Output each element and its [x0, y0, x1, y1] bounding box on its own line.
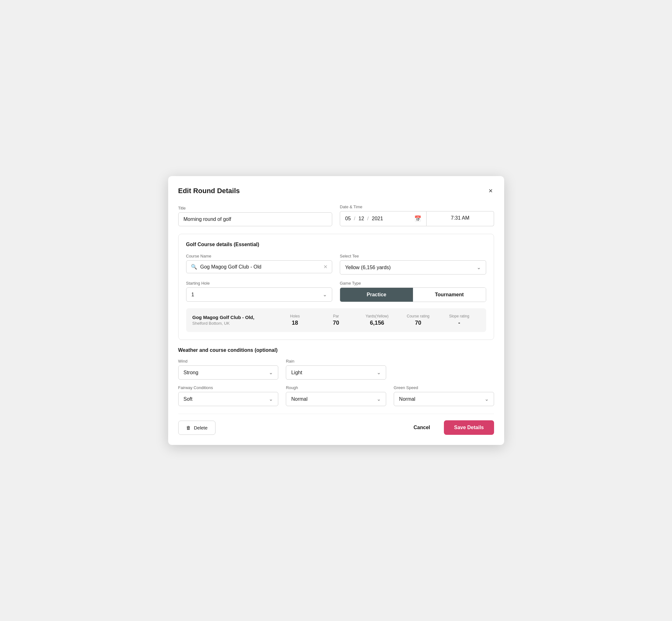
modal-title: Edit Round Details	[178, 187, 240, 195]
course-name-group: Course Name 🔍 ✕	[186, 254, 333, 275]
clear-icon[interactable]: ✕	[323, 264, 328, 270]
rain-value: Light	[291, 370, 377, 375]
course-name-search[interactable]: 🔍 ✕	[186, 260, 333, 273]
fairway-group: Fairway Conditions Soft ⌄	[178, 385, 279, 406]
delete-button[interactable]: 🗑 Delete	[178, 421, 215, 435]
date-input[interactable]: 05 / 12 / 2021 📅	[340, 211, 426, 226]
title-label: Title	[178, 206, 333, 210]
save-button[interactable]: Save Details	[444, 420, 494, 435]
tournament-button[interactable]: Tournament	[413, 288, 486, 302]
course-stat-holes: Holes 18	[275, 314, 316, 326]
footer-right: Cancel Save Details	[407, 420, 494, 435]
rain-dropdown[interactable]: Light ⌄	[286, 365, 386, 380]
fairway-label: Fairway Conditions	[178, 385, 279, 390]
title-input[interactable]	[178, 212, 333, 226]
course-info-name-text: Gog Magog Golf Club - Old,	[193, 315, 275, 320]
rough-label: Rough	[286, 385, 386, 390]
select-tee-label: Select Tee	[340, 254, 486, 258]
course-stat-slope: Slope rating -	[438, 314, 479, 326]
cancel-button[interactable]: Cancel	[407, 421, 436, 434]
wind-group: Wind Strong ⌄	[178, 359, 279, 380]
select-tee-value: Yellow (6,156 yards)	[345, 265, 477, 271]
calendar-icon: 📅	[414, 215, 421, 222]
course-name-tee-row: Course Name 🔍 ✕ Select Tee Yellow (6,156…	[186, 254, 486, 275]
slash1: /	[354, 216, 355, 221]
weather-section: Weather and course conditions (optional)…	[178, 347, 494, 406]
wind-dropdown[interactable]: Strong ⌄	[178, 365, 279, 380]
chevron-down-icon: ⌄	[323, 292, 327, 298]
rain-label: Rain	[286, 359, 386, 364]
title-field-group: Title	[178, 206, 333, 226]
course-stat-par: Par 70	[316, 314, 356, 326]
wind-label: Wind	[178, 359, 279, 364]
course-stat-rating: Course rating 70	[397, 314, 438, 326]
game-type-group: Game Type Practice Tournament	[340, 281, 486, 302]
practice-button[interactable]: Practice	[340, 288, 413, 302]
starting-hole-group: Starting Hole 1 ⌄	[186, 281, 333, 302]
modal-header: Edit Round Details ×	[178, 186, 494, 196]
starting-hole-value: 1	[192, 292, 323, 298]
time-input[interactable]: 7:31 AM	[426, 211, 494, 226]
course-section-title: Golf Course details (Essential)	[186, 242, 486, 247]
golf-course-section: Golf Course details (Essential) Course N…	[178, 234, 494, 340]
date-year: 2021	[372, 216, 383, 221]
close-button[interactable]: ×	[488, 186, 494, 196]
weather-section-title: Weather and course conditions (optional)	[178, 347, 494, 353]
chevron-down-icon: ⌄	[377, 370, 381, 375]
green-speed-group: Green Speed Normal ⌄	[394, 385, 494, 406]
green-speed-value: Normal	[399, 396, 485, 402]
trash-icon: 🗑	[186, 425, 191, 430]
chevron-down-icon: ⌄	[377, 396, 381, 402]
fairway-value: Soft	[183, 396, 269, 402]
chevron-down-icon: ⌄	[477, 264, 481, 271]
fairway-rough-green-row: Fairway Conditions Soft ⌄ Rough Normal ⌄…	[178, 385, 494, 406]
date-day: 12	[359, 216, 364, 221]
hole-gametype-row: Starting Hole 1 ⌄ Game Type Practice Tou…	[186, 281, 486, 302]
search-icon: 🔍	[191, 264, 197, 270]
date-month: 05	[345, 216, 351, 221]
fairway-dropdown[interactable]: Soft ⌄	[178, 392, 279, 406]
footer-row: 🗑 Delete Cancel Save Details	[178, 414, 494, 435]
top-row: Title Date & Time 05 / 12 / 2021 📅 7:31 …	[178, 204, 494, 226]
course-info-location: Shelford Bottom, UK	[193, 321, 275, 326]
course-stat-yards: Yards(Yellow) 6,156	[356, 314, 397, 326]
game-type-toggle: Practice Tournament	[340, 287, 486, 302]
wind-value: Strong	[183, 370, 269, 375]
slash2: /	[367, 216, 369, 221]
rough-group: Rough Normal ⌄	[286, 385, 386, 406]
game-type-label: Game Type	[340, 281, 486, 286]
course-info-row: Gog Magog Golf Club - Old, Shelford Bott…	[186, 308, 486, 332]
course-info-name: Gog Magog Golf Club - Old, Shelford Bott…	[193, 315, 275, 326]
rough-dropdown[interactable]: Normal ⌄	[286, 392, 386, 406]
datetime-inputs: 05 / 12 / 2021 📅 7:31 AM	[340, 211, 494, 226]
wind-rain-row: Wind Strong ⌄ Rain Light ⌄	[178, 359, 494, 380]
datetime-label: Date & Time	[340, 204, 494, 209]
rough-value: Normal	[291, 396, 377, 402]
chevron-down-icon: ⌄	[485, 396, 489, 402]
green-speed-label: Green Speed	[394, 385, 494, 390]
course-name-input[interactable]	[200, 264, 321, 270]
starting-hole-label: Starting Hole	[186, 281, 333, 286]
chevron-down-icon: ⌄	[269, 396, 273, 402]
edit-round-modal: Edit Round Details × Title Date & Time 0…	[168, 176, 504, 445]
green-speed-dropdown[interactable]: Normal ⌄	[394, 392, 494, 406]
rain-group: Rain Light ⌄	[286, 359, 386, 380]
select-tee-dropdown[interactable]: Yellow (6,156 yards) ⌄	[340, 260, 486, 275]
datetime-field-group: Date & Time 05 / 12 / 2021 📅 7:31 AM	[340, 204, 494, 226]
delete-label: Delete	[194, 425, 208, 430]
course-name-label: Course Name	[186, 254, 333, 258]
starting-hole-dropdown[interactable]: 1 ⌄	[186, 287, 333, 302]
spacer	[394, 359, 494, 380]
select-tee-group: Select Tee Yellow (6,156 yards) ⌄	[340, 254, 486, 275]
chevron-down-icon: ⌄	[269, 370, 273, 375]
